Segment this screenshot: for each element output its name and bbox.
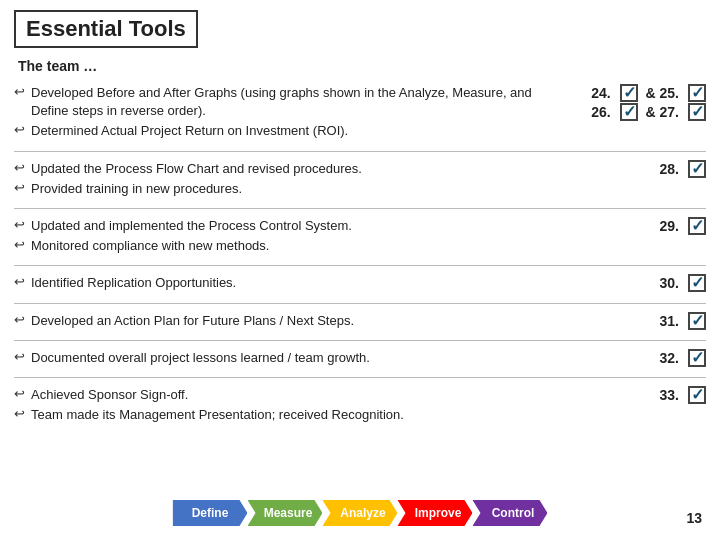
section-4-right: 30.: [566, 274, 706, 292]
list-item: ↩ Monitored compliance with new methods.: [14, 237, 566, 255]
bullet-icon: ↩: [14, 122, 25, 137]
list-item: ↩ Developed Before and After Graphs (usi…: [14, 84, 566, 120]
list-item: ↩ Updated and implemented the Process Co…: [14, 217, 566, 235]
checkbox-icon: [620, 103, 638, 121]
num-row: 26. & 27.: [591, 103, 706, 121]
bullet-icon: ↩: [14, 274, 25, 289]
num-label: 24.: [591, 85, 610, 101]
item-text: Identified Replication Opportunities.: [31, 274, 236, 292]
checkbox-icon: [688, 274, 706, 292]
item-text: Achieved Sponsor Sign-off.: [31, 386, 188, 404]
bullet-icon: ↩: [14, 349, 25, 364]
num-label: 26.: [591, 104, 610, 120]
section-5: ↩ Developed an Action Plan for Future Pl…: [14, 308, 706, 336]
page-number: 13: [686, 510, 702, 526]
bullet-icon: ↩: [14, 180, 25, 195]
checkbox-icon: [688, 84, 706, 102]
num-row: 31.: [660, 312, 706, 330]
bullet-icon: ↩: [14, 312, 25, 327]
checkbox-icon: [688, 386, 706, 404]
num-label: & 25.: [642, 85, 679, 101]
section-2-left: ↩ Updated the Process Flow Chart and rev…: [14, 160, 566, 200]
item-text: Team made its Management Presentation; r…: [31, 406, 404, 424]
num-row: 30.: [660, 274, 706, 292]
title-box: Essential Tools: [14, 10, 198, 48]
checkbox-icon: [688, 312, 706, 330]
nav-step-measure[interactable]: Measure: [248, 500, 323, 526]
section-7-right: 33.: [566, 386, 706, 404]
nav-step-improve[interactable]: Improve: [398, 500, 473, 526]
item-text: Documented overall project lessons learn…: [31, 349, 370, 367]
checkbox-icon: [688, 217, 706, 235]
section-6-right: 32.: [566, 349, 706, 367]
num-label: 30.: [660, 275, 679, 291]
section-4: ↩ Identified Replication Opportunities. …: [14, 270, 706, 298]
list-item: ↩ Determined Actual Project Return on In…: [14, 122, 566, 140]
section-1-right: 24. & 25. 26. & 27.: [566, 84, 706, 121]
bullet-icon: ↩: [14, 160, 25, 175]
num-row: 32.: [660, 349, 706, 367]
nav-bar: Define Measure Analyze Improve Control: [173, 500, 548, 526]
num-row: 29.: [660, 217, 706, 235]
checkbox-icon: [688, 349, 706, 367]
list-item: ↩ Updated the Process Flow Chart and rev…: [14, 160, 566, 178]
bullet-icon: ↩: [14, 237, 25, 252]
list-item: ↩ Documented overall project lessons lea…: [14, 349, 566, 367]
section-1-left: ↩ Developed Before and After Graphs (usi…: [14, 84, 566, 143]
section-2-right: 28.: [566, 160, 706, 178]
list-item: ↩ Provided training in new procedures.: [14, 180, 566, 198]
nav-step-define[interactable]: Define: [173, 500, 248, 526]
section-6-left: ↩ Documented overall project lessons lea…: [14, 349, 566, 369]
section-3: ↩ Updated and implemented the Process Co…: [14, 213, 706, 261]
num-label: 32.: [660, 350, 679, 366]
nav-steps: Define Measure Analyze Improve Control: [173, 500, 548, 526]
num-row: 28.: [660, 160, 706, 178]
bullet-icon: ↩: [14, 386, 25, 401]
nav-step-control[interactable]: Control: [473, 500, 548, 526]
list-item: ↩ Identified Replication Opportunities.: [14, 274, 566, 292]
item-text: Provided training in new procedures.: [31, 180, 242, 198]
item-text: Developed Before and After Graphs (using…: [31, 84, 566, 120]
list-item: ↩ Team made its Management Presentation;…: [14, 406, 566, 424]
bullet-icon: ↩: [14, 406, 25, 421]
section-7-left: ↩ Achieved Sponsor Sign-off. ↩ Team made…: [14, 386, 566, 426]
num-row: 24. & 25.: [591, 84, 706, 102]
section-3-right: 29.: [566, 217, 706, 235]
bullet-icon: ↩: [14, 84, 25, 99]
list-item: ↩ Developed an Action Plan for Future Pl…: [14, 312, 566, 330]
section-4-left: ↩ Identified Replication Opportunities.: [14, 274, 566, 294]
num-label: 33.: [660, 387, 679, 403]
item-text: Updated the Process Flow Chart and revis…: [31, 160, 362, 178]
section-2: ↩ Updated the Process Flow Chart and rev…: [14, 156, 706, 204]
subtitle: The team …: [18, 58, 706, 74]
section-6: ↩ Documented overall project lessons lea…: [14, 345, 706, 373]
checkbox-icon: [688, 160, 706, 178]
section-5-right: 31.: [566, 312, 706, 330]
num-label: 28.: [660, 161, 679, 177]
item-text: Determined Actual Project Return on Inve…: [31, 122, 348, 140]
page: Essential Tools The team … ↩ Developed B…: [0, 0, 720, 540]
checkbox-icon: [620, 84, 638, 102]
section-1: ↩ Developed Before and After Graphs (usi…: [14, 80, 706, 147]
content-area: ↩ Developed Before and After Graphs (usi…: [14, 80, 706, 430]
num-row: 33.: [660, 386, 706, 404]
item-text: Monitored compliance with new methods.: [31, 237, 269, 255]
section-5-left: ↩ Developed an Action Plan for Future Pl…: [14, 312, 566, 332]
list-item: ↩ Achieved Sponsor Sign-off.: [14, 386, 566, 404]
num-label: & 27.: [642, 104, 679, 120]
item-text: Updated and implemented the Process Cont…: [31, 217, 352, 235]
item-text: Developed an Action Plan for Future Plan…: [31, 312, 354, 330]
section-3-left: ↩ Updated and implemented the Process Co…: [14, 217, 566, 257]
page-title: Essential Tools: [26, 16, 186, 42]
num-label: 29.: [660, 218, 679, 234]
checkbox-icon: [688, 103, 706, 121]
number-group: 24. & 25. 26. & 27.: [591, 84, 706, 121]
bullet-icon: ↩: [14, 217, 25, 232]
nav-step-analyze[interactable]: Analyze: [323, 500, 398, 526]
num-label: 31.: [660, 313, 679, 329]
section-7: ↩ Achieved Sponsor Sign-off. ↩ Team made…: [14, 382, 706, 430]
